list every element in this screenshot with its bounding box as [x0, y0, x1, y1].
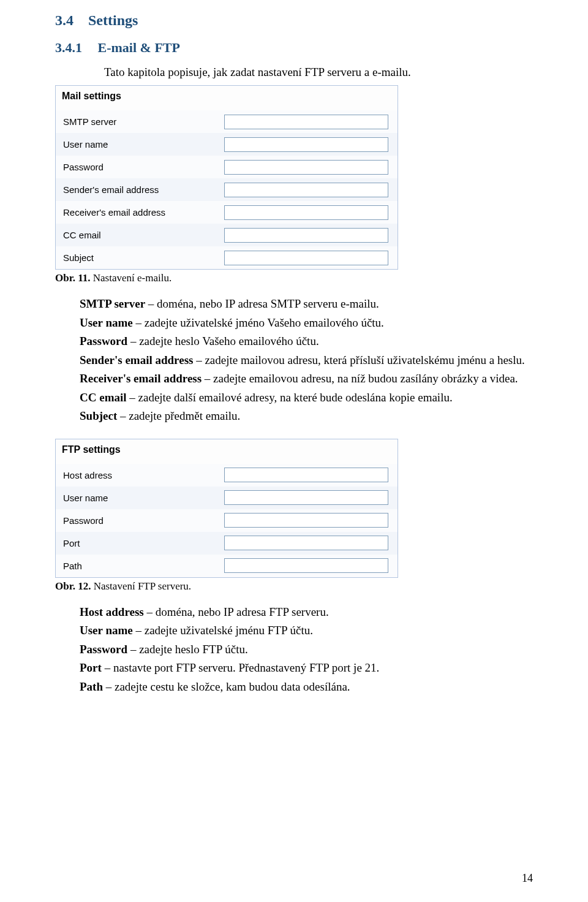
- term: Path: [80, 680, 103, 693]
- desc-line: User name – zadejte uživatelské jméno Va…: [80, 314, 533, 332]
- definition: – zadejte heslo Vašeho emailového účtu.: [127, 335, 319, 347]
- label-pass: Password: [56, 162, 224, 172]
- ftp-description: Host address – doména, nebo IP adresa FT…: [80, 604, 533, 696]
- definition: – zadejte cestu ke složce, kam budou dat…: [103, 680, 350, 693]
- desc-line: User name – zadejte uživatelské jménu FT…: [80, 622, 533, 640]
- page-number: 14: [522, 872, 533, 885]
- mail-row-smtp: SMTP server: [56, 110, 398, 133]
- label-ftp-user: User name: [56, 493, 224, 503]
- term: SMTP server: [80, 297, 145, 310]
- section-title: Settings: [88, 12, 138, 28]
- label-user: User name: [56, 139, 224, 150]
- input-port[interactable]: [224, 536, 388, 550]
- mail-settings-title: Mail settings: [56, 86, 398, 110]
- definition: – doména, nebo IP adresa SMTP serveru e-…: [145, 297, 379, 310]
- desc-line: Host address – doména, nebo IP adresa FT…: [80, 604, 533, 621]
- definition: – zadejte další emailové adresy, na kter…: [127, 391, 453, 404]
- caption-text: Nastavení e-mailu.: [90, 272, 172, 284]
- ftp-row-user: User name: [56, 487, 398, 509]
- mail-row-cc: CC email: [56, 224, 398, 246]
- caption-text: Nastavení FTP serveru.: [91, 580, 191, 592]
- definition: – zadejte emailovou adresu, na níž budou…: [202, 372, 518, 385]
- term: Subject: [80, 409, 117, 422]
- intro-text: Tato kapitola popisuje, jak zadat nastav…: [104, 66, 533, 79]
- desc-line: Sender's email address – zadejte mailovo…: [80, 352, 533, 370]
- label-port: Port: [56, 538, 224, 548]
- definition: – nastavte port FTP serveru. Přednastave…: [102, 661, 379, 674]
- input-host[interactable]: [224, 468, 388, 482]
- definition: – zadejte mailovou adresu, která přísluš…: [193, 354, 524, 366]
- subsection-number: 3.4.1: [55, 40, 82, 55]
- mail-description: SMTP server – doména, nebo IP adresa SMT…: [80, 295, 533, 425]
- desc-line: Path – zadejte cestu ke složce, kam budo…: [80, 678, 533, 696]
- input-path[interactable]: [224, 558, 388, 573]
- desc-line: SMTP server – doména, nebo IP adresa SMT…: [80, 295, 533, 313]
- desc-line: Port – nastavte port FTP serveru. Předna…: [80, 659, 533, 677]
- ftp-row-port: Port: [56, 532, 398, 555]
- definition: – zadejte heslo FTP účtu.: [127, 643, 248, 656]
- mail-row-sender: Sender's email address: [56, 178, 398, 201]
- section-heading: 3.4 Settings: [55, 12, 533, 29]
- mail-row-user: User name: [56, 133, 398, 156]
- label-path: Path: [56, 561, 224, 571]
- term: Receiver's email address: [80, 372, 202, 385]
- desc-line: Receiver's email address – zadejte email…: [80, 370, 533, 388]
- mail-row-receiver: Receiver's email address: [56, 201, 398, 224]
- definition: – zadejte uživatelské jménu FTP účtu.: [133, 624, 313, 637]
- caption-bold: Obr. 12.: [55, 580, 91, 592]
- definition: – doména, nebo IP adresa FTP serveru.: [144, 605, 329, 618]
- input-receiver[interactable]: [224, 205, 388, 220]
- input-smtp[interactable]: [224, 115, 388, 129]
- desc-line: Password – zadejte heslo FTP účtu.: [80, 641, 533, 659]
- definition: – zadejte předmět emailu.: [117, 409, 240, 422]
- ftp-settings-title: FTP settings: [56, 439, 398, 464]
- input-sender[interactable]: [224, 183, 388, 197]
- term: User name: [80, 624, 133, 637]
- section-number: 3.4: [55, 12, 74, 28]
- term: Port: [80, 661, 102, 674]
- input-cc[interactable]: [224, 228, 388, 243]
- term: Password: [80, 643, 127, 656]
- subsection-title: E-mail & FTP: [98, 40, 180, 55]
- subsection-heading: 3.4.1 E-mail & FTP: [55, 40, 533, 56]
- term: Sender's email address: [80, 354, 193, 366]
- input-ftp-pass[interactable]: [224, 513, 388, 528]
- mail-row-subject: Subject: [56, 246, 398, 269]
- term: User name: [80, 316, 133, 329]
- term: Host address: [80, 605, 144, 618]
- mail-row-pass: Password: [56, 156, 398, 178]
- label-smtp: SMTP server: [56, 116, 224, 127]
- term: Password: [80, 335, 127, 347]
- input-subject[interactable]: [224, 251, 388, 265]
- input-pass[interactable]: [224, 160, 388, 175]
- desc-line: Subject – zadejte předmět emailu.: [80, 407, 533, 425]
- figure-caption-12: Obr. 12. Nastavení FTP serveru.: [55, 580, 533, 593]
- mail-settings-panel: Mail settings SMTP server User name Pass…: [55, 85, 398, 270]
- caption-bold: Obr. 11.: [55, 272, 90, 284]
- ftp-row-host: Host adress: [56, 464, 398, 487]
- figure-caption-11: Obr. 11. Nastavení e-mailu.: [55, 272, 533, 284]
- ftp-row-path: Path: [56, 555, 398, 577]
- input-user[interactable]: [224, 137, 388, 152]
- label-subject: Subject: [56, 252, 224, 263]
- label-sender: Sender's email address: [56, 184, 224, 195]
- label-ftp-pass: Password: [56, 515, 224, 526]
- desc-line: Password – zadejte heslo Vašeho emailové…: [80, 333, 533, 351]
- ftp-row-pass: Password: [56, 509, 398, 532]
- input-ftp-user[interactable]: [224, 490, 388, 505]
- term: CC email: [80, 391, 127, 404]
- label-receiver: Receiver's email address: [56, 207, 224, 218]
- ftp-settings-panel: FTP settings Host adress User name Passw…: [55, 439, 398, 578]
- label-host: Host adress: [56, 470, 224, 480]
- definition: – zadejte uživatelské jméno Vašeho email…: [133, 316, 384, 329]
- desc-line: CC email – zadejte další emailové adresy…: [80, 389, 533, 407]
- label-cc: CC email: [56, 230, 224, 240]
